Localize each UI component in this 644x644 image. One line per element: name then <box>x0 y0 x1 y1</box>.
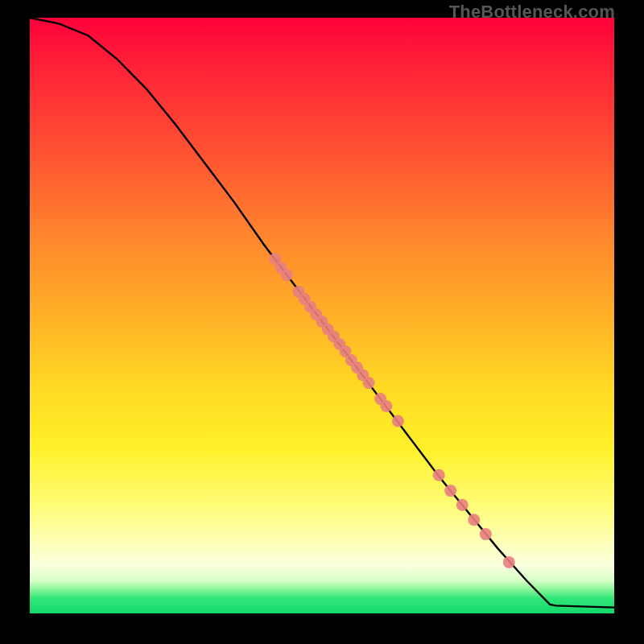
data-point <box>468 514 480 526</box>
data-point <box>444 485 456 497</box>
watermark-text: TheBottleneck.com <box>449 2 615 23</box>
chart-overlay <box>30 18 614 613</box>
data-point <box>281 269 293 281</box>
data-points <box>269 253 514 568</box>
data-point <box>433 469 445 481</box>
data-point <box>503 556 515 568</box>
data-point <box>363 377 375 389</box>
chart-stage: TheBottleneck.com <box>0 0 644 644</box>
data-point <box>380 400 392 412</box>
data-point <box>480 528 492 540</box>
trend-curve <box>30 18 614 608</box>
data-point <box>392 415 404 427</box>
data-point <box>456 499 469 511</box>
